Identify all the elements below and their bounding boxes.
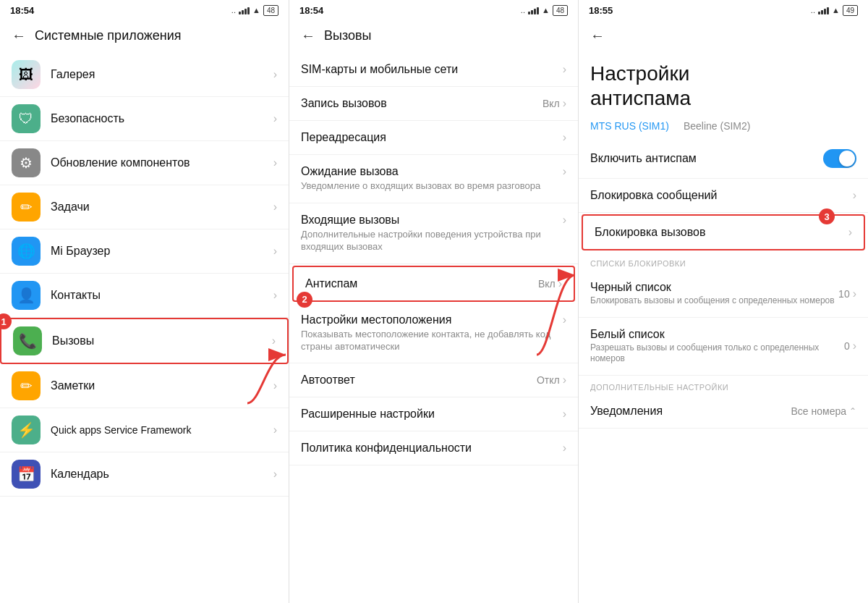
menu-advanced[interactable]: Расширенные настройки ›	[289, 397, 578, 431]
quickapps-label: Quick apps Service Framework	[51, 424, 273, 436]
list-item-notes[interactable]: ✏ Заметки ›	[0, 364, 289, 408]
gallery-icon: 🖼	[12, 60, 41, 89]
block-messages-row[interactable]: Блокировка сообщений ›	[579, 179, 868, 213]
panel-1-header: ← Системные приложения	[0, 20, 289, 53]
black-list-row[interactable]: Черный список Блокировать вызовы и сообщ…	[579, 271, 868, 318]
battery-icon-1: 48	[263, 5, 278, 16]
menu-antispam[interactable]: Антиспам Вкл › 2	[292, 266, 575, 302]
antispam-toggle[interactable]	[823, 149, 856, 168]
battery-icon-3: 49	[843, 5, 858, 16]
waiting-title: Ожидание вызова	[301, 165, 399, 178]
back-button-2[interactable]: ←	[301, 28, 315, 44]
waiting-sub: Уведомление о входящих вызовах во время …	[301, 180, 566, 193]
panel-system-apps: 18:54 .. ▲ 48 ← Системные приложения	[0, 0, 289, 603]
status-bar-3: 18:55 .. ▲ 49	[579, 0, 868, 20]
autoanswer-value: Откл	[537, 374, 560, 386]
annotation-3: 3	[819, 208, 835, 224]
block-calls-row[interactable]: Блокировка вызовов › 3	[582, 214, 865, 250]
chevron-location: ›	[563, 313, 566, 326]
contacts-icon: 👤	[12, 281, 41, 310]
chevron-block-messages: ›	[853, 189, 856, 202]
forward-title: Переадресация	[301, 131, 386, 144]
record-value: Вкл	[542, 98, 560, 109]
chevron-incoming: ›	[563, 214, 566, 227]
menu-location[interactable]: Настройки местоположения › Показывать ме…	[289, 303, 578, 364]
sim-title: SIM-карты и мобильные сети	[301, 63, 458, 76]
notifications-row[interactable]: Уведомления Все номера ⌃	[579, 395, 868, 429]
white-list-row[interactable]: Белый список Разрешать вызовы и сообщени…	[579, 318, 868, 376]
signal-icon-1	[239, 6, 250, 14]
chevron-contacts: ›	[273, 289, 277, 302]
dots-icon-3: ..	[811, 6, 815, 14]
dots-icon-1: ..	[231, 6, 236, 14]
browser-label: Mi Браузер	[51, 245, 273, 258]
quickapps-icon: ⚡	[12, 416, 41, 444]
chevron-browser: ›	[273, 245, 277, 258]
chevron-antispam: ›	[558, 277, 562, 290]
dots-icon-2: ..	[521, 6, 525, 14]
block-calls-label: Блокировка вызовов	[595, 226, 705, 239]
record-title: Запись вызовов	[301, 97, 387, 110]
chevron-block-calls: ›	[848, 226, 852, 239]
menu-sim[interactable]: SIM-карты и мобильные сети ›	[289, 53, 578, 87]
status-time-3: 18:55	[589, 5, 613, 16]
list-item-calendar[interactable]: 📅 Календарь ›	[0, 452, 289, 497]
menu-waiting[interactable]: Ожидание вызова › Уведомление о входящих…	[289, 155, 578, 203]
security-icon: 🛡	[12, 104, 41, 133]
wifi-icon-3: ▲	[832, 6, 840, 14]
incoming-sub: Дополнительные настройки поведения устро…	[301, 229, 566, 253]
antispam-title: Антиспам	[305, 277, 357, 290]
menu-autoanswer[interactable]: Автоответ Откл ›	[289, 363, 578, 397]
list-item-tasks[interactable]: ✏ Задачи ›	[0, 185, 289, 229]
contacts-label: Контакты	[51, 289, 273, 302]
chevron-quickapps: ›	[273, 423, 277, 437]
chevron-white-list: ›	[853, 340, 856, 353]
black-list-label: Черный список	[590, 281, 838, 294]
security-label: Безопасность	[51, 112, 273, 125]
panel-1-title: Системные приложения	[35, 28, 182, 43]
wifi-icon-2: ▲	[542, 6, 550, 14]
menu-incoming[interactable]: Входящие вызовы › Дополнительные настрой…	[289, 203, 578, 264]
chevron-waiting: ›	[563, 165, 566, 178]
signal-icon-3	[818, 6, 829, 14]
notes-icon: ✏	[12, 371, 41, 400]
incoming-title: Входящие вызовы	[301, 214, 399, 227]
panel-2-title: Вызовы	[324, 28, 372, 43]
panel-calls-settings: 18:54 .. ▲ 48 ← Вызовы	[289, 0, 579, 603]
back-button-3[interactable]: ←	[590, 28, 605, 44]
status-icons-1: .. ▲ 48	[231, 5, 278, 16]
list-item-security[interactable]: 🛡 Безопасность ›	[0, 97, 289, 141]
chevron-security: ›	[273, 112, 277, 125]
chevron-notes: ›	[273, 379, 277, 392]
black-list-sub: Блокировать вызовы и сообщения с определ…	[590, 295, 838, 307]
sim2-tab[interactable]: Beeline (SIM2)	[684, 120, 751, 132]
white-list-label: Белый список	[590, 328, 844, 341]
chevron-black-list: ›	[853, 287, 856, 300]
status-bar-1: 18:54 .. ▲ 48	[0, 0, 289, 20]
update-label: Обновление компонентов	[51, 156, 273, 169]
back-button-1[interactable]: ←	[12, 28, 26, 44]
enable-antispam-row[interactable]: Включить антиспам	[579, 139, 868, 179]
sim1-tab[interactable]: MTS RUS (SIM1)	[590, 120, 669, 132]
status-icons-3: .. ▲ 49	[811, 5, 858, 16]
list-item-browser[interactable]: 🌐 Mi Браузер ›	[0, 229, 289, 274]
list-item-contacts[interactable]: 👤 Контакты ›	[0, 274, 289, 318]
menu-forward[interactable]: Переадресация ›	[289, 121, 578, 155]
white-list-sub: Разрешать вызовы и сообщения только с оп…	[590, 342, 844, 365]
status-bar-2: 18:54 .. ▲ 48	[289, 0, 578, 20]
list-item-update[interactable]: ⚙ Обновление компонентов ›	[0, 141, 289, 185]
chevron-tasks: ›	[273, 201, 277, 214]
tasks-label: Задачи	[51, 201, 273, 214]
status-time-1: 18:54	[10, 5, 34, 16]
menu-record[interactable]: Запись вызовов Вкл ›	[289, 87, 578, 121]
list-item-calls[interactable]: 📞 Вызовы › 1	[0, 318, 289, 364]
signal-icon-2	[528, 6, 539, 14]
calls-menu-list: SIM-карты и мобильные сети › Запись вызо…	[289, 53, 578, 603]
sim-tabs: MTS RUS (SIM1) Beeline (SIM2)	[579, 116, 868, 139]
calls-icon: 📞	[13, 326, 42, 355]
white-list-count: 0	[844, 340, 850, 352]
menu-privacy[interactable]: Политика конфиденциальности ›	[289, 431, 578, 465]
annotation-2: 2	[297, 292, 312, 308]
list-item-gallery[interactable]: 🖼 Галерея ›	[0, 53, 289, 97]
list-item-quickapps[interactable]: ⚡ Quick apps Service Framework ›	[0, 408, 289, 452]
